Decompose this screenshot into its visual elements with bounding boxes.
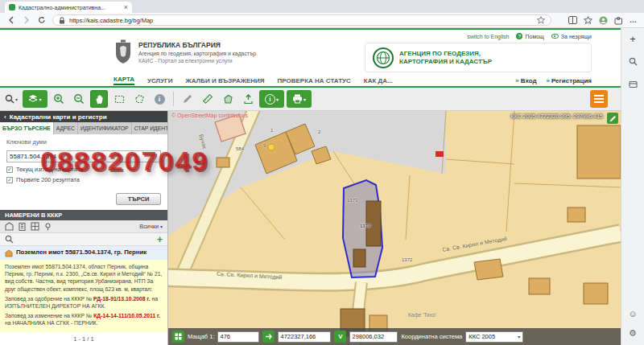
split-screen-icon[interactable] [568, 16, 577, 24]
profile-avatar-icon[interactable] [599, 16, 608, 25]
search-tool-button[interactable]: ▾ [2, 90, 20, 108]
result-list-item[interactable]: Поземлен имот 55871.504.1374, гр. Перник [0, 246, 167, 260]
import-file-button[interactable] [239, 90, 257, 108]
results-header-label: НАМЕРЕНИ В КККР [5, 212, 62, 219]
first-200-checkbox-row[interactable]: ✓ Първите 200 резултата [6, 176, 161, 183]
forward-icon[interactable] [22, 15, 31, 25]
republic-title: РЕПУБЛИКА БЪЛГАРИЯ [138, 41, 256, 49]
zoom-in-button[interactable] [50, 90, 68, 108]
layers-icon [28, 94, 38, 104]
measure-distance-button[interactable] [199, 90, 217, 108]
measure-area-button[interactable] [219, 90, 237, 108]
parcel-number-label: 1 [270, 128, 273, 133]
hand-pan-icon [94, 94, 105, 105]
panel-title: Кадастрални карти и регистри [10, 113, 107, 121]
coordinate-x-input[interactable] [278, 331, 331, 343]
sidebar-add-icon[interactable]: + [630, 35, 636, 44]
map-canvas[interactable]: 584 9 1 2 1374 1373 1372 Св. Св. Кирил и… [168, 111, 621, 345]
zoom-to-results-icon[interactable] [5, 235, 14, 244]
switch-english-link[interactable]: switch to English [467, 34, 509, 39]
help-link-label: Помощ [525, 34, 543, 39]
help-link[interactable]: ? Помощ [516, 33, 543, 39]
goto-coordinates-button[interactable]: V [334, 331, 346, 343]
scale-input[interactable] [217, 331, 259, 343]
draw-tool-button[interactable] [179, 90, 196, 108]
keywords-label: Ключови думи [6, 138, 161, 146]
order1-number: РД-18-91/13.10.2008 г. [93, 296, 150, 302]
sidebar-search-icon[interactable] [627, 55, 638, 67]
panel-tabs: БЪРЗО ТЪРСЕНЕ АДРЕС ИДЕНТИФИКАТОР СТАР И… [0, 122, 167, 134]
arrow-icon: » [547, 77, 550, 84]
filter-building-icon[interactable] [18, 222, 27, 231]
tab-old-ident[interactable]: СТАР ИДЕНТ. [132, 122, 167, 134]
filter-point-icon[interactable] [43, 222, 52, 231]
scale-label: Мащаб 1: [188, 333, 214, 340]
sidebar-settings-gear-icon[interactable]: ⚙ [627, 327, 638, 339]
add-result-icon[interactable]: + [157, 236, 163, 244]
select-rectangle-button[interactable] [110, 90, 128, 108]
tab-quick-search[interactable]: БЪРЗО ТЪРСЕНЕ [0, 122, 54, 134]
checkbox-current-view[interactable]: ✓ [6, 166, 13, 173]
select-polygon-button[interactable] [130, 90, 148, 108]
apply-scale-button[interactable] [262, 331, 275, 343]
basemap-switcher-button[interactable] [590, 90, 608, 108]
refresh-icon[interactable] [37, 15, 47, 25]
url-bar[interactable]: https://kais.cadastre.bg/bg/Map [52, 14, 551, 26]
results-section-header[interactable]: НАМЕРЕНИ В КККР [0, 210, 167, 220]
eye-icon [551, 34, 559, 39]
header-links: switch to English ? Помощ За незрящи [467, 33, 592, 39]
tab-close-icon[interactable]: × [124, 4, 128, 10]
identify-button[interactable]: i ▾ [259, 90, 284, 108]
scale-tool-button[interactable] [172, 331, 184, 343]
filter-parcel-icon[interactable] [5, 222, 14, 231]
search-submit-button[interactable]: ТЪРСИ [116, 193, 161, 205]
ruler-icon [202, 93, 213, 105]
accessibility-link[interactable]: За незрящи [551, 34, 592, 39]
feedback-smiley-icon[interactable]: ☺ [627, 308, 638, 319]
print-button[interactable]: ▾ [287, 90, 312, 108]
sidebar-bottom-group: ☺ ⚙ [627, 308, 638, 339]
result-title: Поземлен имот 55871.504.1374, гр. Перник [16, 248, 147, 257]
browser-tab[interactable]: Кадастрално-административна... × [5, 2, 132, 13]
bookmark-star-icon[interactable] [537, 16, 545, 24]
order1-label: Заповед за одобрение на КККР № [5, 296, 93, 302]
map-edit-button[interactable] [607, 113, 618, 124]
register-link[interactable]: »Регистрация [547, 77, 592, 84]
login-link[interactable]: »Вход [515, 77, 536, 84]
nav-item-karta[interactable]: КАРТА [114, 76, 134, 85]
caret-down-icon: ▾ [15, 97, 18, 102]
checkbox-first-200[interactable]: ✓ [6, 177, 13, 183]
more-menu-icon[interactable]: … [630, 16, 638, 24]
result-description: Поземлен имот 55871.504.1374, област Пер… [5, 264, 162, 292]
back-icon[interactable] [6, 15, 16, 25]
red-label-box [436, 151, 444, 157]
coat-of-arms-logo [114, 39, 133, 65]
extensions-puzzle-icon[interactable] [614, 16, 623, 25]
favorites-star-icon[interactable] [584, 16, 592, 24]
tab-address[interactable]: АДРЕС [54, 122, 78, 134]
pan-tool-button[interactable] [90, 90, 108, 108]
sidebar-collections-icon[interactable] [627, 78, 638, 89]
tab-identifier[interactable]: ИДЕНТИФИКАТОР [78, 122, 132, 134]
zoom-out-button[interactable] [70, 90, 88, 108]
search-icon [5, 94, 14, 104]
results-pagination[interactable]: 1 - 1 / 1 [0, 332, 167, 345]
nav-item-kak-da[interactable]: КАК ДА... [364, 77, 393, 84]
panel-title-bar[interactable]: ‹ Кадастрални карти и регистри [0, 111, 167, 122]
current-view-checkbox-row[interactable]: ✓ Текущ изглед на картата [6, 166, 161, 173]
collapse-panel-icon[interactable]: ‹ [4, 113, 6, 121]
filter-scheme-icon[interactable] [31, 222, 39, 231]
layers-button[interactable]: ▾ [23, 90, 47, 108]
nav-item-proverka[interactable]: ПРОВЕРКА НА СТАТУС [278, 77, 351, 84]
osm-attribution: © OpenStreetMap contributors [171, 113, 248, 118]
parcel-result-icon [5, 249, 13, 257]
filter-all-dropdown[interactable]: Всички ▾ [139, 223, 163, 230]
crs-select[interactable]: ККС 2005 ▾ [465, 331, 523, 343]
nav-item-zhalbi[interactable]: ЖАЛБИ И ВЪЗРАЖЕНИЯ [186, 77, 265, 84]
coordinate-y-input[interactable] [349, 331, 398, 343]
info-tool-button[interactable]: i [151, 90, 168, 108]
parcel-number-label: 9 [263, 143, 266, 148]
keywords-input[interactable] [6, 150, 161, 162]
nav-item-uslugi[interactable]: УСЛУГИ [147, 77, 172, 84]
main-navigation: КАРТА УСЛУГИ ЖАЛБИ И ВЪЗРАЖЕНИЯ ПРОВЕРКА… [0, 75, 621, 88]
